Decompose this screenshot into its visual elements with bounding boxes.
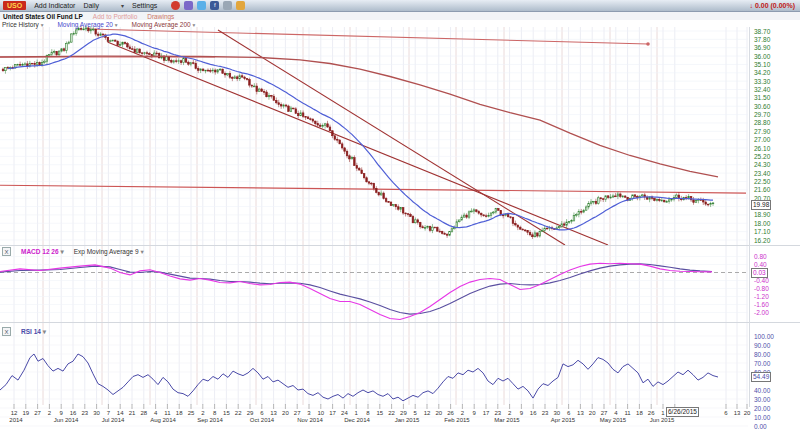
rsi-menu[interactable]: RSI 14 ▾ xyxy=(21,328,46,336)
price-axis-label: 35.10 xyxy=(754,61,798,68)
chevron-down-icon: ▾ xyxy=(193,22,196,28)
panel-separator[interactable] xyxy=(0,245,800,246)
week-label: 26 xyxy=(447,410,454,416)
week-label: 16 xyxy=(70,410,77,416)
month-label: Jan 2015 xyxy=(395,417,420,424)
chart-canvas[interactable] xyxy=(0,0,800,431)
week-label: 22 xyxy=(388,410,395,416)
rsi-axis-label: 30.00 xyxy=(754,396,798,403)
week-label: 29 xyxy=(247,410,254,416)
week-label: 28 xyxy=(140,410,147,416)
week-label: 16 xyxy=(530,410,537,416)
week-label: 11 xyxy=(624,410,630,416)
price-axis-label: 17.10 xyxy=(754,228,798,235)
price-axis-label: 16.20 xyxy=(754,237,798,244)
charting-app: USO Add Indicator Daily ▾ Settings f ↓ 0… xyxy=(0,0,800,431)
week-label: 24 xyxy=(341,410,348,416)
month-label: May 2015 xyxy=(600,417,626,424)
rsi-axis-label: 100.00 xyxy=(754,333,798,340)
week-label: 19 xyxy=(22,410,29,416)
rsi-axis-label: 90.00 xyxy=(754,342,798,349)
month-label: Nov 2014 xyxy=(297,417,323,424)
week-label: 13 xyxy=(577,410,584,416)
macd-axis-label: 0.80 xyxy=(754,253,798,260)
price-axis-label: 30.60 xyxy=(754,103,798,110)
panel-separator[interactable] xyxy=(0,322,800,323)
month-label: Feb 2015 xyxy=(444,417,469,424)
week-label: 27 xyxy=(601,410,608,416)
week-label: 20 xyxy=(589,410,596,416)
price-axis-label: 37.80 xyxy=(754,36,798,43)
close-icon[interactable]: X xyxy=(2,327,11,336)
week-label: 26 xyxy=(648,410,655,416)
price-axis-label: 38.70 xyxy=(754,28,798,35)
gridlines xyxy=(0,27,748,426)
current-date-box: 6/26/2015 xyxy=(666,407,699,417)
week-label: 18 xyxy=(636,410,643,416)
week-label: 23 xyxy=(81,410,88,416)
week-label: 9 xyxy=(520,410,523,416)
price-axis-label: 26.10 xyxy=(754,145,798,152)
macd-axis-label: -1.60 xyxy=(754,301,798,308)
macd-axis-label: -0.40 xyxy=(754,277,798,284)
week-label: 6 xyxy=(724,410,727,416)
month-label: Oct 2014 xyxy=(250,417,274,424)
week-label: 4 xyxy=(154,410,157,416)
price-axis-label: 32.40 xyxy=(754,86,798,93)
week-label: 11 xyxy=(164,410,170,416)
indicator-row: Price History ▾ Moving Average 20 ▾ Movi… xyxy=(2,20,195,28)
close-icon[interactable]: X xyxy=(2,247,11,256)
week-label: 23 xyxy=(494,410,501,416)
week-label: 6 xyxy=(567,410,570,416)
chevron-down-icon: ▾ xyxy=(115,22,118,28)
week-label: 9 xyxy=(60,410,63,416)
price-axis-label: 22.50 xyxy=(754,178,798,185)
week-label: 13 xyxy=(734,410,741,416)
rsi-axis-label: 80.00 xyxy=(754,351,798,358)
week-label: 12 xyxy=(11,410,18,416)
price-axis-label: 29.70 xyxy=(754,111,798,118)
macd-plot xyxy=(0,263,748,319)
rsi-axis-label: 20.00 xyxy=(754,405,798,412)
week-label: 15 xyxy=(376,410,383,416)
price-axis-label: 34.20 xyxy=(754,69,798,76)
month-label: Dec 2014 xyxy=(344,417,370,424)
week-label: 4 xyxy=(614,410,617,416)
week-label: 1 xyxy=(355,410,358,416)
month-label: Jul 2014 xyxy=(102,417,125,424)
week-label: 2 xyxy=(201,410,204,416)
week-label: 29 xyxy=(400,410,407,416)
current-rsi-box: 54.49 xyxy=(751,372,771,382)
week-label: 20 xyxy=(282,410,289,416)
chevron-down-icon: ▾ xyxy=(41,22,44,28)
week-label: 20 xyxy=(435,410,442,416)
week-label: 1 xyxy=(661,410,664,416)
week-label: 8 xyxy=(366,410,369,416)
ma20-menu[interactable]: Moving Average 20 ▾ xyxy=(57,21,117,28)
current-macd-box: 0.03 xyxy=(751,268,768,278)
month-label: 2014 xyxy=(9,417,22,424)
candlesticks xyxy=(2,26,714,239)
current-price-box: 19.98 xyxy=(751,200,771,210)
week-label: 18 xyxy=(176,410,183,416)
rsi-axis-label: 70.00 xyxy=(754,360,798,367)
price-axis-label: 23.40 xyxy=(754,170,798,177)
price-axis-label: 28.80 xyxy=(754,119,798,126)
week-label: 10 xyxy=(317,410,324,416)
price-axis-label: 31.50 xyxy=(754,94,798,101)
macd-axis-label: -0.80 xyxy=(754,285,798,292)
exp-ma9-menu[interactable]: Exp Moving Average 9 ▾ xyxy=(74,248,144,256)
price-history-menu[interactable]: Price History ▾ xyxy=(2,21,43,28)
week-label: 27 xyxy=(34,410,41,416)
month-label: Jun 2015 xyxy=(650,417,675,424)
price-axis-label: 33.30 xyxy=(754,78,798,85)
macd-axis-label: -2.00 xyxy=(754,309,798,316)
week-label: 17 xyxy=(329,410,336,416)
price-axis-label: 27.00 xyxy=(754,136,798,143)
price-axis-label: 21.60 xyxy=(754,186,798,193)
week-label: 12 xyxy=(424,410,431,416)
rsi-header: X RSI 14 ▾ xyxy=(2,327,46,336)
month-label: Mar 2015 xyxy=(494,417,519,424)
macd-menu[interactable]: MACD 12 26 ▾ xyxy=(21,248,64,256)
ma200-menu[interactable]: Moving Average 200 ▾ xyxy=(132,21,196,28)
